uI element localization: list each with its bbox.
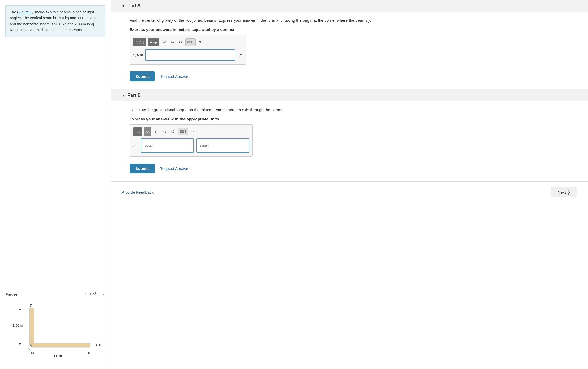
figure-section: Figure ‹ 1 of 1 › x y: [5, 286, 105, 364]
formula-icon-1a: ⬚: [135, 40, 139, 44]
part-b-instruction-bold: Express your answer with the appropriate…: [130, 117, 577, 121]
svg-text:1.00 m: 1.00 m: [13, 323, 23, 327]
part-a-help-btn[interactable]: ?: [197, 39, 203, 46]
part-a-symbol-btn[interactable]: ΑΣφ: [148, 38, 159, 46]
problem-text-before: The (: [10, 10, 19, 14]
figure-link[interactable]: Figure 1: [19, 10, 32, 14]
svg-marker-17: [19, 308, 21, 310]
sqrt-icon-1a: √⬚: [139, 40, 144, 44]
part-b-toolbar-box: ⬚□ ¹Å ↩ ↪ ↺ ⌨ 1: [130, 124, 253, 157]
part-b-formula-btn1[interactable]: ⬚□: [133, 127, 142, 136]
next-arrow-icon: ❯: [567, 190, 571, 195]
part-a-submit-button[interactable]: Submit: [130, 71, 155, 81]
part-a-unit: m: [239, 53, 243, 57]
part-b-refresh-btn[interactable]: ↺: [169, 127, 176, 136]
part-a-refresh-btn[interactable]: ↺: [177, 38, 184, 46]
part-b-tau-label: τ =: [133, 143, 138, 148]
problem-description: The (Figure 1) shows two thin beams join…: [5, 5, 105, 37]
part-b-units-input[interactable]: [196, 138, 249, 153]
right-panel: ▼ Part A Find the center of gravity of t…: [111, 0, 588, 369]
redo-icon-b: ↪: [163, 129, 166, 134]
svg-text:x: x: [99, 343, 101, 347]
toolbar-dot-a: ·: [242, 41, 243, 44]
part-b-redo-btn[interactable]: ↪: [161, 127, 168, 136]
svg-marker-22: [88, 352, 90, 354]
next-label: Next: [558, 190, 566, 195]
refresh-icon: ↺: [179, 40, 182, 45]
provide-feedback-button[interactable]: Provide Feedback: [122, 190, 154, 195]
part-b-formula-btn2[interactable]: ¹Å: [144, 127, 151, 136]
figure-nav: ‹ 1 of 1 ›: [83, 291, 105, 297]
part-b-submit-button[interactable]: Submit: [130, 164, 155, 173]
svg-text:y: y: [30, 303, 32, 307]
keyboard-label-b: 1: [185, 130, 186, 133]
part-b-header-row: ▼ Part B: [111, 89, 588, 101]
part-a-formula-btn1[interactable]: ⬚ √⬚: [133, 38, 146, 46]
figure-nav-text: 1 of 1: [90, 292, 99, 296]
part-a-answer-input[interactable]: [145, 49, 235, 61]
part-a-toolbar-row: ⬚ √⬚ ΑΣφ ↩ ↪ ↺ ⌨: [133, 38, 243, 46]
next-button[interactable]: Next ❯: [551, 187, 577, 197]
part-a-keyboard-btn[interactable]: ⌨ 1: [185, 38, 196, 46]
part-b-value-input[interactable]: [141, 138, 194, 153]
part-b-undo-btn[interactable]: ↩: [153, 127, 160, 136]
part-a-instruction: Find the center of gravity of the two jo…: [130, 17, 577, 24]
keyboard-icon-b: ⌨: [180, 130, 184, 133]
part-b-content: Calculate the gravitational torque on th…: [122, 107, 577, 173]
part-b-keyboard-btn[interactable]: ⌨ 1: [178, 128, 188, 135]
part-a-section: Find the center of gravity of the two jo…: [111, 12, 588, 89]
part-b-action-row: Submit Request Answer: [130, 164, 577, 173]
svg-text:0: 0: [28, 347, 30, 351]
undo-icon: ↩: [162, 40, 166, 45]
part-a-answer-label: x, y =: [133, 53, 143, 57]
part-a-answer-row: x, y = m: [133, 49, 243, 61]
part-a-request-answer-button[interactable]: Request Answer: [159, 74, 188, 79]
redo-icon: ↪: [171, 40, 174, 45]
svg-marker-21: [32, 352, 34, 354]
part-a-redo-btn[interactable]: ↪: [169, 38, 176, 46]
part-b-section: Calculate the gravitational torque on th…: [111, 101, 588, 182]
formula-icon-b: ⬚□: [135, 130, 140, 133]
undo-icon-b: ↩: [155, 129, 158, 134]
alpha-sigma-phi-icon: ΑΣφ: [150, 40, 157, 44]
figure-diagram: x y 0 1.00 m 2.00 m: [5, 300, 105, 364]
part-a-action-row: Submit Request Answer: [130, 71, 577, 81]
part-b-toggle[interactable]: ▼: [122, 93, 125, 97]
part-a-instruction-bold: Express your answers in meters separated…: [130, 27, 577, 32]
svg-marker-16: [19, 343, 21, 345]
svg-rect-10: [32, 343, 90, 347]
bottom-bar: Provide Feedback Next ❯: [111, 182, 588, 203]
part-a-undo-btn[interactable]: ↩: [161, 38, 167, 46]
left-panel: The (Figure 1) shows two thin beams join…: [0, 0, 111, 369]
part-a-toolbar-box: ⬚ √⬚ ΑΣφ ↩ ↪ ↺ ⌨: [130, 35, 246, 65]
part-b-toolbar-row: ⬚□ ¹Å ↩ ↪ ↺ ⌨ 1: [133, 127, 249, 136]
figure-header: Figure ‹ 1 of 1 ›: [5, 291, 105, 297]
part-b-instruction: Calculate the gravitational torque on th…: [130, 107, 577, 113]
part-a-content: Find the center of gravity of the two jo…: [122, 17, 577, 81]
superscript-icon: ¹Å: [146, 130, 149, 133]
part-a-header-row: ▼ Part A: [111, 0, 588, 12]
figure-title: Figure: [5, 292, 17, 296]
figure-svg: x y 0 1.00 m 2.00 m: [5, 300, 105, 364]
svg-rect-9: [29, 308, 34, 345]
part-a-label: Part A: [127, 3, 140, 8]
part-b-request-answer-button[interactable]: Request Answer: [159, 166, 188, 171]
svg-text:2.00 m: 2.00 m: [52, 354, 62, 358]
part-b-answer-row: τ =: [133, 138, 249, 153]
figure-prev-button[interactable]: ‹: [83, 291, 87, 297]
toolbar-dot-b: ·: [249, 130, 249, 133]
figure-next-button[interactable]: ›: [101, 291, 105, 297]
svg-marker-1: [96, 344, 98, 346]
part-b-help-btn[interactable]: ?: [190, 128, 195, 135]
refresh-icon-b: ↺: [171, 129, 174, 134]
part-b-label: Part B: [127, 93, 141, 98]
part-a-toggle[interactable]: ▼: [122, 4, 125, 8]
keyboard-icon: ⌨: [187, 40, 192, 44]
keyboard-label: 1: [192, 40, 194, 44]
